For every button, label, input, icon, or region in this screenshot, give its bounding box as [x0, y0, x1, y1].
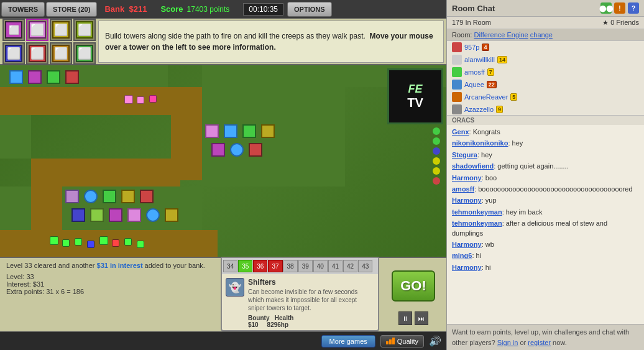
- footer: More games Quality 🔊: [0, 331, 446, 350]
- volume-button[interactable]: 🔊: [429, 335, 441, 347]
- dot-5: [433, 167, 440, 175]
- username-arcanereaver[interactable]: ArcaneReaver: [464, 93, 508, 101]
- chat-username[interactable]: shadowfiend: [452, 162, 494, 170]
- level-tab-39[interactable]: 39: [298, 260, 313, 272]
- quality-bar-2: [389, 339, 392, 344]
- level-tab-43[interactable]: 43: [358, 260, 372, 272]
- chat-header: Room Chat ⬤⬤ ! ?: [447, 0, 644, 17]
- level-tab-35[interactable]: 35: [238, 260, 252, 272]
- chat-username[interactable]: nikonikonikoniko: [452, 139, 508, 147]
- fast-forward-button[interactable]: ⏭: [415, 311, 428, 325]
- list-item: Azazzello 9: [447, 103, 644, 116]
- chat-username[interactable]: Stegura: [452, 151, 477, 159]
- quality-button[interactable]: Quality: [380, 335, 424, 348]
- room-name-bar: Room: Difference Engine change: [447, 29, 644, 41]
- level-tab-42[interactable]: 42: [343, 260, 357, 272]
- chat-username[interactable]: tehmonkeyman: [452, 219, 502, 227]
- chat-icon-blue[interactable]: ?: [628, 2, 639, 14]
- user-level-957p: 4: [482, 44, 489, 51]
- room-name-label: Room:: [452, 31, 472, 39]
- chat-text: : hi: [472, 252, 481, 259]
- options-button[interactable]: OPTIONS: [287, 2, 332, 17]
- chat-text: : hey: [508, 139, 523, 147]
- tower-cell-7[interactable]: ⬜: [50, 42, 72, 65]
- chat-message: nikonikonikoniko: hey: [452, 139, 639, 148]
- chat-text: : yup: [482, 196, 497, 204]
- creep-desc: Can become invisible for a few seconds w…: [248, 288, 374, 312]
- level-tab-38[interactable]: 38: [283, 260, 298, 272]
- user-level-alanwillkill: 14: [497, 56, 507, 63]
- game-area: TOWERS STORE (20) Bank $211 Score 17403 …: [0, 0, 446, 350]
- creep-name: Shifters: [248, 278, 374, 287]
- chat-icon-green[interactable]: ⬤⬤: [600, 2, 612, 14]
- username-azazzello[interactable]: Azazzello: [464, 106, 494, 113]
- tower-cell-5[interactable]: ⬜: [2, 42, 25, 65]
- quality-label: Quality: [397, 338, 418, 345]
- game-canvas[interactable]: FE TV: [0, 65, 446, 257]
- username-alanwillkill[interactable]: alanwillkill: [464, 56, 495, 63]
- chat-message: Harmony: yup: [452, 196, 639, 205]
- chat-message: shadowfiend: getting quiet again........: [452, 162, 639, 171]
- chat-text: : booooooooooooooooooooooooooooooooooooo…: [474, 185, 632, 193]
- chat-username[interactable]: ming6: [452, 252, 472, 259]
- creep-info: Shifters Can become invisible for a few …: [248, 278, 374, 328]
- chat-username[interactable]: Harmony: [452, 174, 482, 182]
- chat-text: : Kongrats: [469, 128, 500, 136]
- user-level-amosff: 7: [487, 68, 494, 76]
- tower-cell-4[interactable]: ⬜: [73, 19, 96, 41]
- towers-button[interactable]: TOWERS: [1, 2, 45, 17]
- creep-stats: Bounty Health $10 8296hp: [248, 315, 374, 328]
- room-name[interactable]: Difference Engine: [474, 31, 528, 39]
- level-value: 33: [26, 273, 34, 280]
- level-tab-34[interactable]: 34: [223, 260, 237, 272]
- pause-button[interactable]: ⏸: [398, 311, 412, 325]
- chat-footer-end: now.: [553, 339, 567, 346]
- chat-message: Harmony: boo: [452, 173, 639, 183]
- chat-footer: Want to earn points, level up, win chall…: [447, 324, 644, 350]
- store-button[interactable]: STORE (20): [46, 2, 97, 17]
- chat-message: tehmonkeyman: hey im back: [452, 208, 639, 217]
- chat-message: ming6: hi: [452, 251, 639, 260]
- username-aquee[interactable]: Aquee: [464, 81, 484, 88]
- chat-or-text: or: [520, 339, 526, 346]
- level-tabs: 34 35 36 37 38 39 40 41 42 43: [222, 258, 378, 274]
- avatar: [452, 55, 462, 65]
- tower-cell-6[interactable]: ⬜: [26, 42, 48, 65]
- chat-username[interactable]: Harmony: [452, 196, 482, 204]
- username-amosff[interactable]: amosff: [464, 68, 485, 76]
- quality-bar-3: [392, 338, 395, 344]
- list-item: ArcaneReaver 5: [447, 91, 644, 103]
- creep-icon: 👻: [226, 278, 244, 297]
- list-item: alanwillkill 14: [447, 53, 644, 66]
- tower-cell-2[interactable]: ⬜: [26, 19, 48, 41]
- room-change-link[interactable]: change: [530, 31, 553, 39]
- chat-username[interactable]: Harmony: [452, 241, 482, 248]
- tower-cell-1[interactable]: ⬜: [2, 19, 25, 41]
- chat-username[interactable]: Harmony: [452, 264, 482, 271]
- register-link[interactable]: register: [528, 339, 551, 346]
- health-value: 8296hp: [267, 321, 288, 328]
- avatar: [452, 67, 462, 77]
- more-games-button[interactable]: More games: [321, 335, 375, 348]
- level-tab-36[interactable]: 36: [253, 260, 267, 272]
- username-957p[interactable]: 957p: [464, 44, 479, 51]
- chat-icon-orange[interactable]: !: [614, 2, 625, 14]
- sign-in-link[interactable]: Sign in: [497, 339, 518, 346]
- user-level-arcanereaver: 5: [510, 93, 517, 101]
- level-tab-37[interactable]: 37: [268, 260, 282, 272]
- go-button[interactable]: GO!: [392, 270, 435, 302]
- chat-username[interactable]: Genx: [452, 128, 469, 136]
- chat-username[interactable]: tehmonkeyman: [452, 208, 502, 216]
- level-tab-41[interactable]: 41: [328, 260, 343, 272]
- tower-cell-3[interactable]: ⬜: [50, 19, 72, 41]
- tower-cell-8[interactable]: ⬜: [73, 42, 96, 65]
- list-item: 957p 4: [447, 41, 644, 53]
- health-label: Health: [275, 315, 294, 321]
- chat-area: Room Chat ⬤⬤ ! ? 179 In Room ★ 0 Friends…: [446, 0, 644, 350]
- bounty-label: Bounty: [248, 315, 269, 321]
- user-level-azazzello: 9: [496, 106, 503, 113]
- chat-username[interactable]: amosff: [452, 185, 474, 193]
- level-tab-40[interactable]: 40: [313, 260, 328, 272]
- chat-message: Harmony: hi: [452, 263, 639, 272]
- tower-info-text: Build towers along side the path to fire…: [105, 30, 437, 53]
